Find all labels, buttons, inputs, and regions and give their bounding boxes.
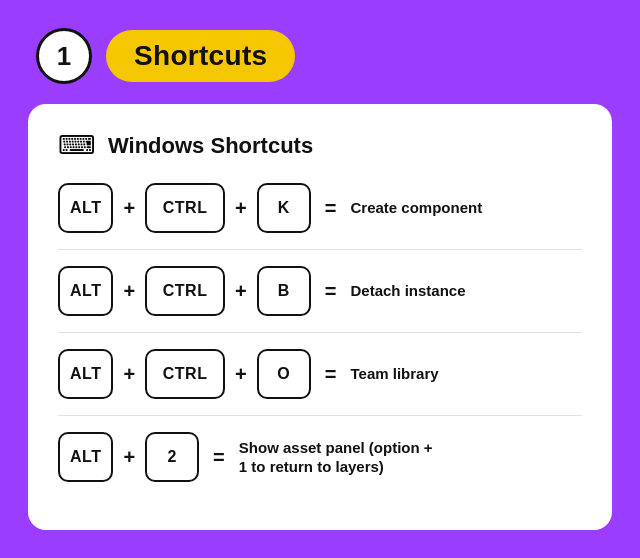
key-k: K [257, 183, 311, 233]
key-o: O [257, 349, 311, 399]
key-alt-3: ALT [58, 349, 113, 399]
shortcut-row: ALT + CTRL + O = Team library [58, 349, 582, 399]
step-number: 1 [36, 28, 92, 84]
shortcut-label-3: Team library [350, 364, 438, 384]
keyboard-icon: ⌨ [58, 130, 96, 161]
card-title: Windows Shortcuts [108, 133, 313, 159]
key-ctrl-1: CTRL [145, 183, 225, 233]
key-b: B [257, 266, 311, 316]
shortcuts-card: ⌨ Windows Shortcuts ALT + CTRL + K = Cre… [28, 104, 612, 530]
key-ctrl-3: CTRL [145, 349, 225, 399]
shortcut-row: ALT + 2 = Show asset panel (option + 1 t… [58, 432, 582, 482]
page-header: 1 Shortcuts [0, 0, 331, 104]
shortcut-label-4: Show asset panel (option + 1 to return t… [239, 438, 439, 477]
divider [58, 332, 582, 333]
shortcut-label-1: Create component [350, 198, 482, 218]
shortcut-label-2: Detach instance [350, 281, 465, 301]
shortcut-row: ALT + CTRL + K = Create component [58, 183, 582, 233]
shortcut-row: ALT + CTRL + B = Detach instance [58, 266, 582, 316]
divider [58, 249, 582, 250]
key-alt-1: ALT [58, 183, 113, 233]
card-title-row: ⌨ Windows Shortcuts [58, 130, 582, 161]
key-2: 2 [145, 432, 199, 482]
divider [58, 415, 582, 416]
title-badge: Shortcuts [106, 30, 295, 82]
key-alt-2: ALT [58, 266, 113, 316]
key-alt-4: ALT [58, 432, 113, 482]
key-ctrl-2: CTRL [145, 266, 225, 316]
